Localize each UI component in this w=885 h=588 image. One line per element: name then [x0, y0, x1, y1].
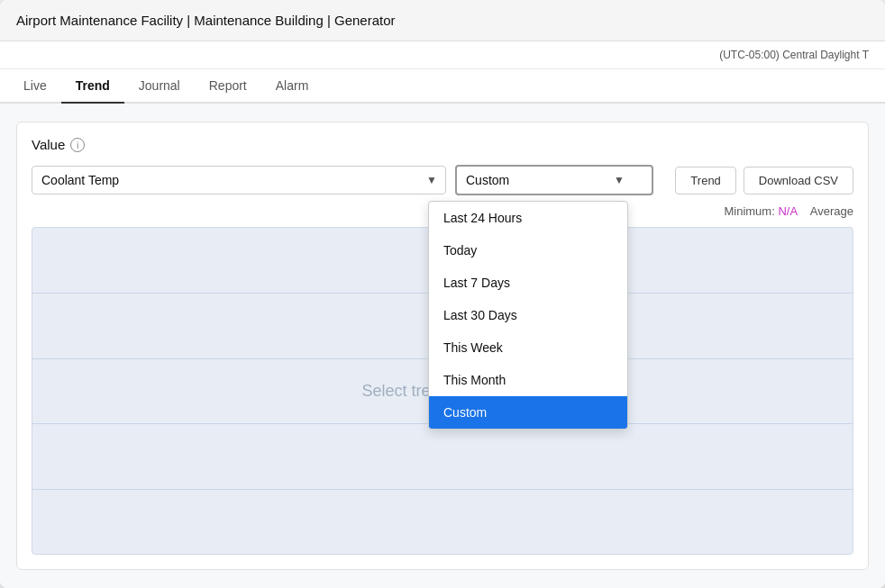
- main-window: Airport Maintenance Facility | Maintenan…: [0, 0, 885, 588]
- timerange-dropdown-overlay: Last 24 Hours Today Last 7 Days Last 30 …: [428, 201, 628, 430]
- dropdown-item-custom[interactable]: Custom: [429, 396, 627, 429]
- dropdown-item-today[interactable]: Today: [429, 234, 627, 267]
- tab-trend[interactable]: Trend: [61, 69, 124, 104]
- dropdown-item-last24[interactable]: Last 24 Hours: [429, 202, 627, 234]
- tab-journal[interactable]: Journal: [124, 69, 195, 104]
- trend-button[interactable]: Trend: [675, 167, 735, 194]
- dropdown-item-thisweek[interactable]: This Week: [429, 331, 627, 364]
- timezone-label: (UTC-05:00) Central Daylight T: [719, 49, 869, 61]
- dropdown-item-last30[interactable]: Last 30 Days: [429, 299, 627, 331]
- coolant-select-container: Coolant Temp ▼: [32, 166, 446, 194]
- section-label: Value: [32, 137, 65, 152]
- minimum-label: Minimum:: [724, 204, 774, 218]
- dropdown-item-thismonth[interactable]: This Month: [429, 364, 627, 396]
- value-header: Value i: [32, 137, 853, 152]
- timerange-select-container: Custom ▼: [455, 165, 653, 195]
- tab-bar: Live Trend Journal Report Alarm: [0, 69, 885, 104]
- main-content: Value i Coolant Temp ▼ Custom ▼ T: [0, 104, 885, 588]
- chart-line-4: [32, 489, 853, 490]
- dropdown-item-last7[interactable]: Last 7 Days: [429, 267, 627, 299]
- minimum-value: N/A: [778, 204, 798, 218]
- download-csv-button[interactable]: Download CSV: [744, 167, 853, 194]
- info-icon[interactable]: i: [70, 138, 85, 152]
- average-label: Average: [810, 204, 853, 218]
- timerange-dropdown-arrow: ▼: [614, 174, 625, 186]
- tab-report[interactable]: Report: [195, 69, 261, 104]
- timerange-select[interactable]: Custom ▼: [455, 165, 653, 195]
- timezone-bar: (UTC-05:00) Central Daylight T: [0, 41, 885, 69]
- timerange-selected-label: Custom: [466, 173, 509, 187]
- title-bar: Airport Maintenance Facility | Maintenan…: [0, 0, 885, 41]
- page-title: Airport Maintenance Facility | Maintenan…: [16, 13, 396, 28]
- tab-live[interactable]: Live: [9, 69, 61, 104]
- controls-row: Coolant Temp ▼ Custom ▼ Trend Download C…: [32, 165, 853, 195]
- action-buttons: Trend Download CSV: [675, 167, 853, 194]
- coolant-select[interactable]: Coolant Temp: [32, 166, 446, 194]
- tab-alarm[interactable]: Alarm: [261, 69, 324, 104]
